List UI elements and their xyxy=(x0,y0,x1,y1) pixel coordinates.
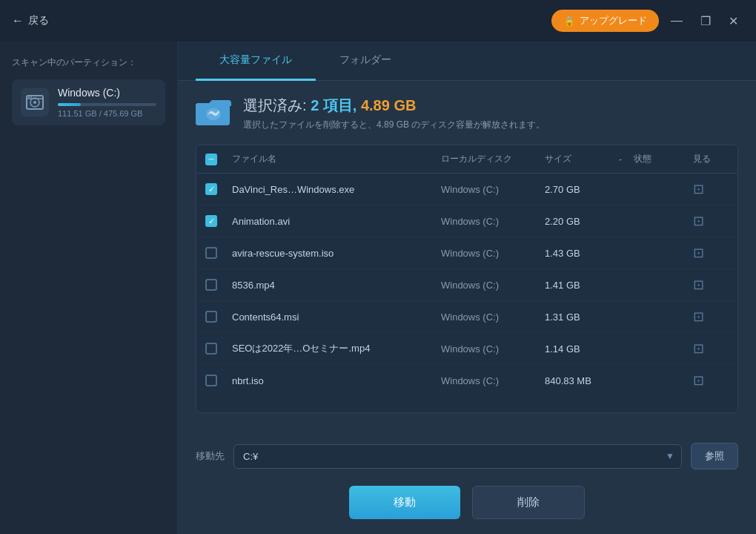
view-file-icon-2[interactable]: ⊡ xyxy=(693,213,704,229)
row-filename: avira-rescue-system.iso xyxy=(232,248,441,259)
row-size: 1.41 GB xyxy=(545,280,619,291)
row-size: 1.43 GB xyxy=(545,248,619,259)
row-disk: Windows (C:) xyxy=(441,312,545,323)
row-checkbox-cell xyxy=(205,279,232,291)
file-rows-container: DaVinci_Res…Windows.exe Windows (C:) 2.7… xyxy=(196,174,737,396)
svg-point-2 xyxy=(33,101,36,104)
back-button[interactable]: ← 戻る xyxy=(12,14,49,27)
table-row[interactable]: SEOは2022年…Oセミナー.mp4 Windows (C:) 1.14 GB… xyxy=(196,333,737,365)
row-size: 840.83 MB xyxy=(545,375,619,386)
row-view: ⊡ xyxy=(693,277,729,293)
row-disk: Windows (C:) xyxy=(441,248,545,259)
delete-button[interactable]: 削除 xyxy=(472,486,585,519)
file-checkbox-2[interactable] xyxy=(205,215,217,227)
row-filename: Animation.avi xyxy=(232,216,441,227)
upgrade-label: アップグレード xyxy=(580,14,647,27)
row-disk: Windows (C:) xyxy=(441,184,545,195)
view-file-icon-6[interactable]: ⊡ xyxy=(693,340,704,357)
row-checkbox-cell xyxy=(205,375,232,386)
view-file-icon-1[interactable]: ⊡ xyxy=(693,181,704,197)
sidebar-scan-label: スキャン中のパーティション： xyxy=(12,56,165,69)
svg-point-5 xyxy=(30,96,32,98)
file-checkbox-7[interactable] xyxy=(205,375,217,386)
view-file-icon-3[interactable]: ⊡ xyxy=(693,245,704,261)
partition-usage-bar xyxy=(58,103,156,106)
file-checkbox-3[interactable] xyxy=(205,247,217,259)
file-checkbox-6[interactable] xyxy=(205,343,217,355)
minimize-button[interactable]: — xyxy=(665,11,689,30)
row-checkbox-cell xyxy=(205,343,232,355)
tab-folders[interactable]: フォルダー xyxy=(316,42,415,81)
main-layout: スキャン中のパーティション： Windows (C:) 111.51 xyxy=(0,42,756,534)
folder-icon xyxy=(196,96,231,125)
row-disk: Windows (C:) xyxy=(441,343,545,355)
header-size: サイズ xyxy=(545,153,619,165)
row-filename: nbrt.iso xyxy=(232,375,441,386)
selection-header: 選択済み: 2 項目, 4.89 GB 選択したファイルを削除すると、4.89 … xyxy=(196,96,738,131)
header-filename: ファイル名 xyxy=(232,153,441,165)
file-table: ファイル名 ローカルディスク サイズ - 状態 見る DaVinci_Res…W… xyxy=(196,145,738,413)
header-status: 状態 xyxy=(634,153,693,165)
restore-button[interactable]: ❐ xyxy=(694,11,717,31)
upgrade-button[interactable]: 🔒 アップグレード xyxy=(551,10,659,32)
dest-input-wrap: ▼ xyxy=(233,444,682,469)
table-row[interactable]: 8536.mp4 Windows (C:) 1.41 GB ⊡ xyxy=(196,269,737,301)
content-panel: 大容量ファイル フォルダー xyxy=(178,42,756,534)
row-filename: SEOは2022年…Oセミナー.mp4 xyxy=(232,342,441,355)
row-view: ⊡ xyxy=(693,213,729,229)
move-button[interactable]: 移動 xyxy=(349,486,460,519)
svg-point-4 xyxy=(28,96,30,98)
file-checkbox-1[interactable] xyxy=(205,183,217,195)
selection-title: 選択済み: 2 項目, 4.89 GB xyxy=(243,96,545,116)
table-row[interactable]: avira-rescue-system.iso Windows (C:) 1.4… xyxy=(196,237,737,269)
view-file-icon-7[interactable]: ⊡ xyxy=(693,372,704,389)
row-filename: 8536.mp4 xyxy=(232,280,441,291)
row-disk: Windows (C:) xyxy=(441,375,545,386)
file-checkbox-5[interactable] xyxy=(205,311,217,323)
file-checkbox-4[interactable] xyxy=(205,279,217,291)
partition-disk-icon xyxy=(21,88,49,116)
selection-count: 2 項目, xyxy=(311,97,357,113)
table-row[interactable]: nbrt.iso Windows (C:) 840.83 MB ⊡ xyxy=(196,365,737,396)
row-view: ⊡ xyxy=(693,181,729,197)
table-row[interactable]: Contents64.msi Windows (C:) 1.31 GB ⊡ xyxy=(196,301,737,333)
row-filename: Contents64.msi xyxy=(232,312,441,323)
partition-item-windows-c[interactable]: Windows (C:) 111.51 GB / 475.69 GB xyxy=(12,79,165,125)
row-size: 2.70 GB xyxy=(545,184,619,195)
action-buttons: 移動 削除 xyxy=(178,477,756,534)
tab-large-files[interactable]: 大容量ファイル xyxy=(196,42,316,81)
table-row[interactable]: Animation.avi Windows (C:) 2.20 GB ⊡ xyxy=(196,205,737,237)
bottom-bar: 移動先 ▼ 参照 xyxy=(178,435,756,477)
row-checkbox-cell xyxy=(205,215,232,227)
close-button[interactable]: ✕ xyxy=(723,11,744,31)
selection-description: 選択したファイルを削除すると、4.89 GB のディスク容量が解放されます。 xyxy=(243,119,545,131)
back-label: 戻る xyxy=(28,14,49,27)
table-row[interactable]: DaVinci_Res…Windows.exe Windows (C:) 2.7… xyxy=(196,174,737,205)
dest-label: 移動先 xyxy=(196,449,225,463)
header-local-disk: ローカルディスク xyxy=(441,153,545,165)
partition-usage-fill xyxy=(58,103,81,106)
title-bar: ← 戻る 🔒 アップグレード — ❐ ✕ xyxy=(0,0,756,42)
table-header: ファイル名 ローカルディスク サイズ - 状態 見る xyxy=(196,145,737,174)
row-disk: Windows (C:) xyxy=(441,280,545,291)
browse-button[interactable]: 参照 xyxy=(691,443,738,469)
view-file-icon-5[interactable]: ⊡ xyxy=(693,309,704,325)
view-file-icon-4[interactable]: ⊡ xyxy=(693,277,704,293)
row-checkbox-cell xyxy=(205,311,232,323)
selection-size: 4.89 GB xyxy=(361,97,416,113)
row-filename: DaVinci_Res…Windows.exe xyxy=(232,184,441,195)
tab-bar: 大容量ファイル フォルダー xyxy=(178,42,756,81)
partition-size: 111.51 GB / 475.69 GB xyxy=(58,109,156,118)
row-disk: Windows (C:) xyxy=(441,216,545,227)
content-body: 選択済み: 2 項目, 4.89 GB 選択したファイルを削除すると、4.89 … xyxy=(178,81,756,435)
sidebar: スキャン中のパーティション： Windows (C:) 111.51 xyxy=(0,42,178,534)
row-checkbox-cell xyxy=(205,183,232,195)
partition-name: Windows (C:) xyxy=(58,87,156,99)
row-view: ⊡ xyxy=(693,372,729,389)
select-all-checkbox[interactable] xyxy=(205,154,217,165)
selection-info: 選択済み: 2 項目, 4.89 GB 選択したファイルを削除すると、4.89 … xyxy=(243,96,545,131)
back-arrow-icon: ← xyxy=(12,14,24,27)
lock-icon: 🔒 xyxy=(563,16,575,27)
header-view: 見る xyxy=(693,153,729,165)
dest-input[interactable] xyxy=(233,444,682,469)
